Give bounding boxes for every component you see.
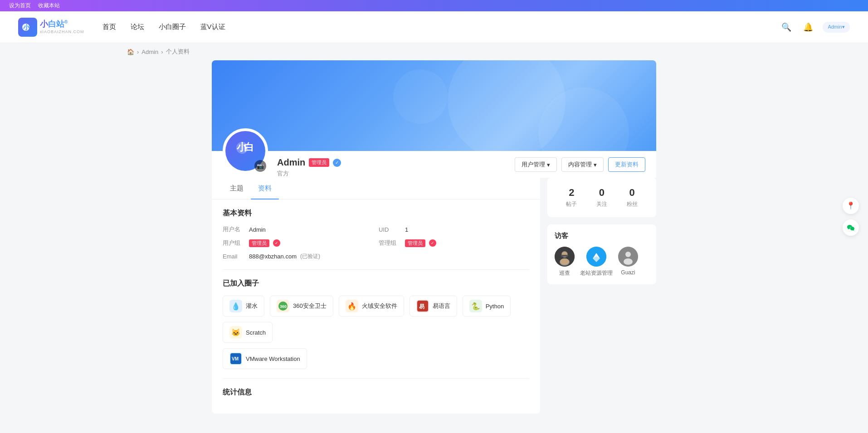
info-row-usergroup: 用户组 管理员 ✓ xyxy=(223,239,373,247)
circle-item-vmware[interactable]: VM VMware Workstation xyxy=(223,348,307,369)
circle-name-easycode: 易语言 xyxy=(433,302,450,310)
visitor-avatar-3 xyxy=(618,247,638,267)
location-float-icon[interactable]: 📍 xyxy=(843,198,859,214)
tab-profile[interactable]: 资料 xyxy=(251,178,279,199)
info-row-uid: UID 1 xyxy=(379,225,529,234)
circle-item-scratch[interactable]: 🐱 Scratch xyxy=(223,322,273,343)
nav-bluev[interactable]: 蓝V认证 xyxy=(200,21,225,33)
email-verified: (已验证) xyxy=(300,253,320,260)
nav-forum[interactable]: 论坛 xyxy=(131,21,144,33)
search-icon[interactable]: 🔍 xyxy=(779,20,794,34)
logo-text: 小白站® xIAOBAIZHAN.COM xyxy=(40,19,84,34)
visitors-row: 巡查 老站资源管理 xyxy=(555,247,649,277)
set-home-link[interactable]: 设为首页 xyxy=(9,2,31,10)
visitor-name-3: Guazi xyxy=(621,269,635,276)
circle-item-water[interactable]: 💧 灌水 xyxy=(223,296,264,316)
usergroup-verified: ✓ xyxy=(273,239,280,247)
profile-actions: 用户管理 ▾ 内容管理 ▾ 更新资料 xyxy=(515,151,645,172)
info-row-manage: 管理组 管理员 ✓ xyxy=(379,239,529,247)
stat-following-label: 关注 xyxy=(596,200,607,208)
basic-info-section: 基本资料 用户名 Admin UID 1 用户组 管理员 xyxy=(212,199,540,269)
visitor-avatar-1 xyxy=(555,247,575,267)
visitor-1[interactable]: 巡查 xyxy=(555,247,575,277)
user-menu[interactable]: Admin▾ xyxy=(823,22,850,33)
visitors-title: 访客 xyxy=(555,232,649,240)
breadcrumb-home[interactable]: 🏠 xyxy=(127,49,134,55)
visitor-name-1: 巡查 xyxy=(559,269,570,277)
circle-name-360: 360安全卫士 xyxy=(293,302,327,310)
circle-icon-water: 💧 xyxy=(229,300,242,312)
user-manage-button[interactable]: 用户管理 ▾ xyxy=(515,157,557,172)
profile-info: Admin 管理员 ✓ 官方 xyxy=(277,151,515,178)
wechat-float-icon[interactable] xyxy=(843,219,859,236)
breadcrumb-page: 个人资料 xyxy=(166,48,190,56)
nav-circle[interactable]: 小白圈子 xyxy=(159,21,186,33)
logo-icon: 小 xyxy=(18,18,37,37)
svg-point-20 xyxy=(624,258,633,265)
stats-title: 统计信息 xyxy=(223,388,529,397)
stat-followers-num: 0 xyxy=(627,187,638,199)
header: 小 小白站® xIAOBAIZHAN.COM 首页 论坛 小白圈子 蓝V认证 🔍… xyxy=(0,11,868,43)
logo[interactable]: 小 小白站® xIAOBAIZHAN.COM xyxy=(18,18,84,37)
visitor-avatar-2 xyxy=(586,247,606,267)
nav-home[interactable]: 首页 xyxy=(102,21,116,33)
svg-point-19 xyxy=(625,252,631,257)
bookmark-link[interactable]: 收藏本站 xyxy=(38,2,60,10)
manage-verified: ✓ xyxy=(429,239,436,247)
circle-item-easycode[interactable]: 易 易语言 xyxy=(410,296,457,316)
stat-followers-label: 粉丝 xyxy=(627,200,638,208)
stat-following: 0 关注 xyxy=(596,187,607,208)
uid-value: 1 xyxy=(405,226,408,233)
admin-badge: 管理员 xyxy=(309,158,329,167)
stat-followers: 0 粉丝 xyxy=(627,187,638,208)
notification-icon[interactable]: 🔔 xyxy=(801,20,815,34)
main-content: 主题 资料 基本资料 用户名 Admin UID 1 xyxy=(212,178,656,421)
manage-label: 管理组 xyxy=(379,239,401,247)
circle-icon-python: 🐍 xyxy=(469,300,482,312)
visitor-name-2: 老站资源管理 xyxy=(580,269,613,277)
basic-info-title: 基本资料 xyxy=(223,209,529,218)
email-label: Email xyxy=(223,253,245,260)
update-profile-button[interactable]: 更新资料 xyxy=(608,157,645,172)
svg-text:VM: VM xyxy=(232,356,239,361)
circle-name-fire: 火绒安全软件 xyxy=(362,302,397,310)
info-row-username: 用户名 Admin xyxy=(223,225,373,234)
circle-item-python[interactable]: 🐍 Python xyxy=(463,296,511,316)
tab-theme[interactable]: 主题 xyxy=(223,178,251,199)
stat-following-num: 0 xyxy=(596,187,607,199)
stat-posts: 2 帖子 xyxy=(566,187,577,208)
svg-text:360: 360 xyxy=(280,304,287,309)
visitor-2[interactable]: 老站资源管理 xyxy=(580,247,613,277)
circles-section: 已加入圈子 💧 灌水 360 360安全卫士 xyxy=(212,270,540,378)
uid-label: UID xyxy=(379,226,401,233)
visitors-card: 访客 xyxy=(547,224,656,284)
circle-name-water: 灌水 xyxy=(246,302,258,310)
circle-icon-vmware: VM xyxy=(229,352,242,365)
header-actions: 🔍 🔔 Admin▾ xyxy=(779,20,850,34)
content-manage-button[interactable]: 内容管理 ▾ xyxy=(561,157,604,172)
profile-header: 小 白 📷 Admin 管理员 ✓ 官方 xyxy=(212,151,656,178)
circle-icon-fire: 🔥 xyxy=(346,300,358,312)
floating-icons: 📍 xyxy=(843,198,859,236)
profile-subtitle: 官方 xyxy=(277,170,515,178)
svg-text:小: 小 xyxy=(23,24,30,31)
stats-card: 2 帖子 0 关注 0 粉丝 xyxy=(547,178,656,217)
left-panel: 主题 资料 基本资料 用户名 Admin UID 1 xyxy=(212,178,540,414)
right-panel: 2 帖子 0 关注 0 粉丝 访 xyxy=(547,178,656,421)
main-nav: 首页 论坛 小白圈子 蓝V认证 xyxy=(102,21,779,33)
circles-grid: 💧 灌水 360 360安全卫士 🔥 火绒安全软件 xyxy=(223,296,529,343)
breadcrumb-admin[interactable]: Admin xyxy=(141,49,158,55)
username-label: 用户名 xyxy=(223,225,245,234)
svg-text:白: 白 xyxy=(244,141,254,153)
camera-button[interactable]: 📷 xyxy=(254,160,266,172)
svg-point-15 xyxy=(560,258,569,265)
avatar-wrapper: 小 白 📷 xyxy=(223,128,268,174)
username-value: Admin xyxy=(249,226,266,233)
circle-item-fire[interactable]: 🔥 火绒安全软件 xyxy=(339,296,404,316)
circle-item-360[interactable]: 360 360安全卫士 xyxy=(270,296,333,316)
circle-name-scratch: Scratch xyxy=(246,329,266,336)
top-bar: 设为首页 收藏本站 xyxy=(0,0,868,11)
manage-badge: 管理员 xyxy=(405,239,425,247)
visitor-3[interactable]: Guazi xyxy=(618,247,638,277)
info-row-email: Email 888@xbzhan.com (已验证) xyxy=(223,253,373,260)
